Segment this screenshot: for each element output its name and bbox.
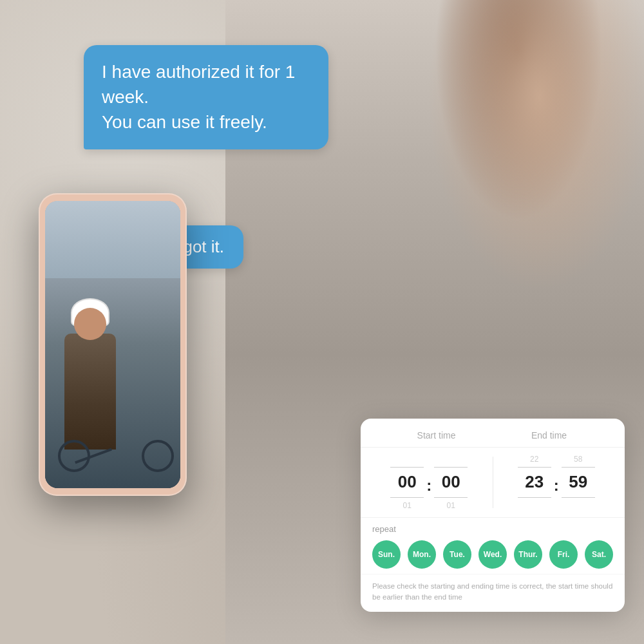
start-time-label: Start time — [398, 430, 475, 440]
start-hour-selected[interactable]: 00 — [390, 467, 424, 498]
end-hour-selected[interactable]: 23 — [518, 467, 551, 498]
end-minute-selected[interactable]: 59 — [562, 467, 595, 498]
start-hour-column[interactable]: 00 01 — [390, 451, 424, 513]
day-btn-wed[interactable]: Wed. — [478, 540, 507, 569]
time-picker-card: Start time End time 00 01 : 00 01 — [361, 419, 625, 612]
end-minute-column[interactable]: 58 59 — [562, 451, 595, 513]
phone-screen — [45, 201, 180, 488]
bike-wheel-front — [142, 440, 174, 472]
bike-wheel-rear — [58, 440, 90, 472]
end-minute-above: 58 — [574, 451, 582, 467]
day-btn-sun[interactable]: Sun. — [372, 540, 401, 569]
time-picker-header: Start time End time — [361, 419, 625, 448]
repeat-section: repeat Sun.Mon.Tue.Wed.Thur.Fri.Sat. — [361, 517, 625, 574]
chat-bubble-authorized: I have authorized it for 1 week. You can… — [84, 45, 328, 149]
end-time-label: End time — [511, 430, 588, 440]
day-btn-fri[interactable]: Fri. — [549, 540, 578, 569]
repeat-label: repeat — [372, 524, 613, 534]
phone-bike — [52, 411, 177, 475]
end-time-section[interactable]: 22 23 : 58 59 — [498, 451, 615, 513]
start-time-section[interactable]: 00 01 : 00 01 — [371, 451, 488, 513]
phone-screen-content — [45, 201, 180, 488]
sky — [45, 201, 180, 278]
start-hour-below: 01 — [403, 498, 412, 513]
phone-person-head — [74, 308, 106, 340]
start-minute-below: 01 — [447, 498, 455, 513]
end-hour-column[interactable]: 22 23 — [518, 451, 551, 513]
start-minute-selected[interactable]: 00 — [434, 467, 468, 498]
day-btn-mon[interactable]: Mon. — [408, 540, 436, 569]
day-btn-tue[interactable]: Tue. — [443, 540, 471, 569]
phone — [39, 193, 187, 496]
day-btn-sat[interactable]: Sat. — [585, 540, 613, 569]
notice-text: Please check the starting and ending tim… — [361, 574, 625, 612]
end-hour-above: 22 — [530, 451, 538, 467]
time-scroll-area[interactable]: 00 01 : 00 01 22 23 : 58 — [361, 448, 625, 517]
start-colon: : — [426, 470, 431, 495]
end-colon: : — [554, 470, 559, 495]
days-row[interactable]: Sun.Mon.Tue.Wed.Thur.Fri.Sat. — [372, 540, 613, 569]
day-btn-thur[interactable]: Thur. — [514, 540, 542, 569]
start-minute-column[interactable]: 00 01 — [434, 451, 468, 513]
time-divider — [493, 457, 493, 508]
chat-bubble-authorized-text: I have authorized it for 1 week. You can… — [102, 62, 295, 132]
